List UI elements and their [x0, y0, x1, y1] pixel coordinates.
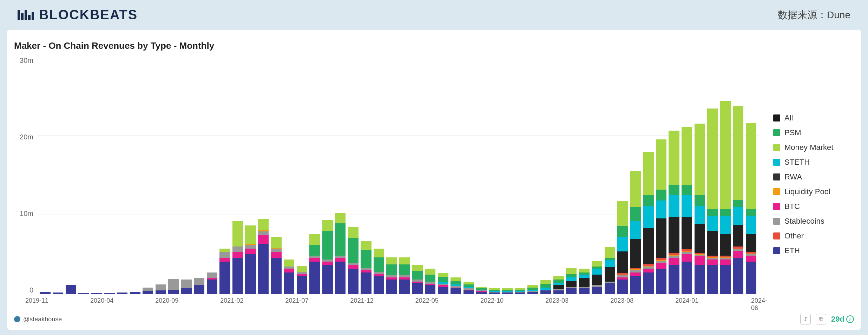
bar-segment-eth [219, 262, 230, 294]
bar-group [39, 57, 52, 294]
bar-group [450, 57, 462, 294]
bar-segment-steth [720, 216, 731, 234]
x-label-2022-05: 2022-05 [415, 297, 439, 304]
bar-segment-eth [540, 290, 551, 294]
bar-segment-money_market [309, 234, 320, 245]
bar-segment-psm [386, 264, 397, 275]
bar-group [591, 57, 604, 294]
bar-segment-psm [643, 195, 653, 206]
bar-segment-money_market [630, 171, 641, 207]
bar-segment-btc [348, 265, 359, 269]
legend-item-btc: BTC [773, 202, 850, 211]
y-label-20m: 20m [14, 133, 37, 141]
bar-segment-steth [669, 195, 679, 217]
bar-segment-money_market [271, 237, 282, 248]
bar-segment-eth [181, 288, 192, 294]
bar-segment-eth [309, 262, 320, 294]
bar-segment-money_market [695, 124, 705, 196]
chart-container: Maker - On Chain Revenues by Type - Mont… [7, 30, 861, 330]
copy-icon[interactable]: ⧉ [816, 314, 826, 324]
bar-segment-eth [271, 258, 282, 294]
bar-segment-money_market [348, 227, 359, 238]
bar-segment-money_market [592, 261, 602, 267]
bar-segment-steth [656, 201, 666, 218]
bar-group [78, 57, 90, 294]
bar-group [514, 57, 526, 294]
bar-segment-rwa [643, 228, 653, 264]
x-label-2022-10: 2022-10 [480, 297, 504, 304]
bar-segment-stablecoins [207, 272, 217, 278]
bar-group [103, 57, 116, 294]
bar-segment-psm [682, 185, 692, 196]
legend-label-eth: ETH [784, 246, 800, 255]
bar-group [283, 57, 295, 294]
bar-segment-eth [40, 292, 51, 294]
bar-segment-eth [746, 262, 756, 294]
bar-group [680, 57, 693, 294]
bar-segment-eth [194, 285, 204, 294]
bar-segment-btc [309, 258, 320, 262]
y-label-10m: 10m [14, 210, 37, 218]
bar-segment-eth [66, 285, 76, 294]
bar-group [154, 57, 167, 294]
bar-segment-btc [630, 272, 641, 276]
bar-group [604, 57, 616, 294]
bar-segment-btc [258, 235, 269, 244]
chart-title: Maker - On Chain Revenues by Type - Mont… [14, 40, 854, 51]
bar-segment-eth [669, 265, 679, 294]
bar-segment-stablecoins [168, 279, 179, 290]
chart-body: 0 10m 20m 30m 20 [14, 57, 854, 312]
legend-item-psm: PSM [773, 128, 850, 137]
bar-group [706, 57, 719, 294]
author-area: @steakhouse [14, 316, 62, 323]
bar-group [617, 57, 629, 294]
legend-label-money-market: Money Market [784, 143, 833, 152]
bar-group [65, 57, 77, 294]
bar-segment-btc [232, 252, 243, 258]
bar-segment-rwa [707, 231, 718, 256]
check-icon: ✓ [846, 315, 854, 323]
legend-color-psm [773, 129, 780, 136]
bar-group [321, 57, 334, 294]
bar-segment-rwa [746, 234, 756, 252]
share-icon[interactable]: ⤴ [800, 314, 811, 324]
bar-segment-money_market [605, 247, 615, 258]
bar-segment-eth [143, 291, 153, 294]
bar-segment-money_market [669, 131, 679, 185]
bar-segment-money_market [219, 249, 230, 252]
bars-container [39, 57, 757, 294]
bar-segment-eth [527, 292, 538, 294]
legend-label-other: Other [784, 231, 804, 241]
bar-segment-eth [91, 293, 102, 294]
bar-segment-rwa [733, 225, 743, 246]
legend-color-other [773, 232, 780, 239]
bar-group [219, 57, 231, 294]
bar-segment-eth [104, 293, 114, 294]
bar-segment-money_market [297, 266, 307, 271]
bar-group [386, 57, 398, 294]
bar-segment-money_market [643, 152, 653, 195]
bar-segment-eth [117, 293, 127, 294]
header: BLOCKBEATS 数据来源：Dune [0, 0, 868, 30]
chart-plot-wrapper: 0 10m 20m 30m 20 [14, 57, 759, 312]
bar-segment-money_market [322, 220, 333, 231]
bar-segment-steth [733, 207, 743, 225]
bar-segment-psm [733, 200, 743, 207]
legend-item-money-market: Money Market [773, 143, 850, 152]
bar-segment-psm [566, 274, 577, 277]
bar-segment-money_market [412, 265, 423, 271]
bar-segment-psm [309, 245, 320, 256]
bar-group [565, 57, 578, 294]
bar-segment-psm [746, 209, 756, 216]
bar-segment-rwa [682, 217, 692, 249]
bar-segment-psm [438, 277, 448, 282]
bar-segment-steth [566, 277, 577, 281]
legend-label-steth: STETH [784, 158, 810, 167]
legend-item-stablecoins: Stablecoins [773, 217, 850, 226]
bar-segment-psm [361, 250, 371, 268]
bar-group [642, 57, 655, 294]
bar-segment-eth [451, 288, 461, 294]
bar-segment-psm [669, 185, 679, 196]
bar-group [142, 57, 154, 294]
x-label-2020-09: 2020-09 [155, 297, 178, 304]
